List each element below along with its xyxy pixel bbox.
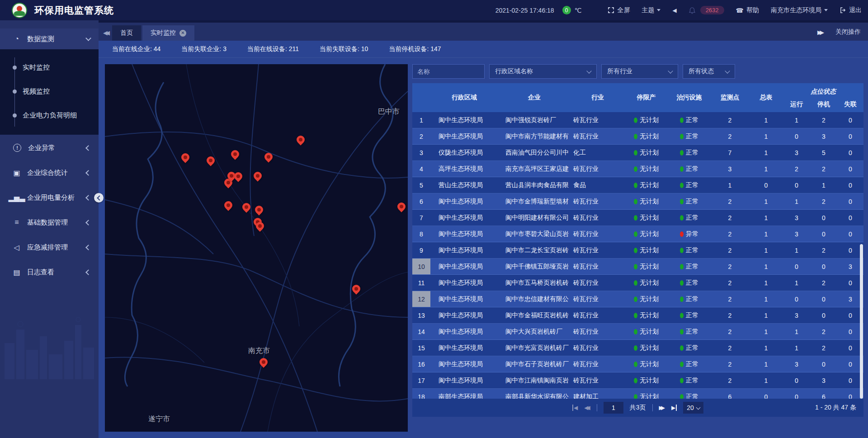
cell-industry: 砖瓦行业 (571, 340, 625, 356)
map-pin[interactable] (224, 201, 232, 209)
sidebar-item[interactable]: ≡基础数据管理 (0, 212, 99, 233)
power-analysis-bar-chart-icon: ▂▅▃ (12, 193, 22, 202)
notifications[interactable]: 2632 (689, 6, 724, 14)
cell-monitor: 2 (711, 275, 749, 291)
table-row[interactable]: 17阆中生态环境局阆中市江南镇阆南页岩砖瓦行业无计划正常21030 (412, 372, 863, 389)
mute-speaker-icon[interactable]: ◀ (672, 7, 676, 14)
pagination-bar: ◀ ◀◀ 1 共3页 ▶▶ ▶ 20 (412, 399, 863, 417)
cell-industry: 食品 (571, 177, 625, 193)
map-pin[interactable] (231, 150, 239, 158)
sidebar-item[interactable]: !企业异常 (0, 137, 99, 158)
close-tab-icon[interactable]: ✕ (179, 30, 186, 37)
sidebar-collapse-button[interactable] (94, 193, 104, 203)
prev-page-button[interactable]: ◀◀ (584, 405, 590, 411)
map-pin[interactable] (207, 156, 215, 165)
map-pin[interactable] (256, 222, 264, 230)
cell-total: 1 (749, 193, 783, 209)
scroll-tabs-left-button[interactable]: ◀◀ (103, 29, 108, 36)
fullscreen-button[interactable]: 全屏 (608, 6, 630, 14)
table-row[interactable]: 8阆中生态环境局阆中市枣碧大梁山页岩砖瓦行业无计划异常21300 (412, 226, 863, 242)
table-row[interactable]: 7阆中生态环境局阆中明阳建材有限公司砖瓦行业无计划正常21300 (412, 210, 863, 226)
map-panel[interactable]: 巴中市南充市遂宁市 (105, 64, 408, 432)
col-point-status-group: 点位状态 (783, 83, 863, 97)
map-pin[interactable] (181, 153, 189, 161)
status-dot-green-icon (634, 134, 637, 139)
name-search-input[interactable] (412, 64, 485, 79)
sidebar-item[interactable]: ▤日志查看 (0, 262, 99, 283)
tab-realtime-monitor[interactable]: 实时监控 ✕ (142, 25, 194, 41)
first-page-button[interactable]: ◀ (572, 405, 578, 411)
cell-facility-status: 正常 (668, 128, 711, 144)
next-page-button[interactable]: ▶▶ (659, 405, 665, 411)
cell-run: 3 (783, 307, 810, 323)
sidebar-subitem[interactable]: 企业电力负荷明细 (0, 104, 99, 127)
close-operations-button[interactable]: 关闭操作 (835, 28, 861, 36)
map-pin[interactable] (259, 358, 268, 366)
sidebar-item[interactable]: ▂▅▃企业用电量分析 (0, 187, 99, 208)
map-pin[interactable] (397, 203, 406, 211)
table-row[interactable]: 6阆中生态环境局阆中市金博瑞新型墙材砖瓦行业无计划正常21120 (412, 193, 863, 210)
user-dropdown[interactable]: 南充市生态环境局 (771, 6, 828, 14)
table-row[interactable]: 10阆中生态环境局阆中千佛镇五郎垭页岩砖瓦行业无计划正常21003 (412, 259, 863, 275)
cell-limit-status: 无计划 (625, 275, 668, 291)
sidebar-subitem-label: 视频监控 (23, 87, 50, 96)
cell-company: 阆中市忠信建材有限公 (498, 291, 571, 307)
table-row[interactable]: 2阆中生态环境局阆中市南方节能建材有砖瓦行业无计划正常21030 (412, 128, 863, 145)
cell-stop: 0 (810, 259, 837, 274)
content-area: 当前在线企业: 44当前失联企业: 3当前在线设备: 211当前失联设备: 10… (99, 41, 868, 438)
sidebar-item[interactable]: ◁应急减排管理 (0, 237, 99, 258)
sidebar-subitem[interactable]: 实时监控 (0, 56, 99, 80)
row-index: 9 (412, 242, 430, 258)
table-row[interactable]: 18南部生态环境局南部县新华水泥有限公建材加工无计划正常60060 (412, 389, 863, 399)
scroll-tabs-right-button[interactable]: ▶▶ (817, 29, 822, 36)
table-row[interactable]: 11阆中生态环境局阆中市五马桥页岩机砖砖瓦行业无计划正常21120 (412, 275, 863, 291)
table-row[interactable]: 4高坪生态环境局南充市高坪区王家店建砖瓦行业无计划正常31220 (412, 161, 863, 177)
sidebar-item[interactable]: ▣企业综合统计 (0, 162, 99, 183)
cell-industry: 砖瓦行业 (571, 226, 625, 242)
cell-run: 0 (783, 389, 810, 399)
page-number-input[interactable]: 1 (604, 402, 623, 414)
divider (597, 404, 597, 411)
tab-label: 实时监控 (151, 29, 176, 37)
map-pin[interactable] (234, 172, 242, 180)
row-index: 16 (412, 356, 430, 372)
last-page-button[interactable]: ▶ (671, 405, 677, 411)
table-row[interactable]: 15阆中生态环境局阆中市光富页岩机砖厂砖瓦行业无计划正常21120 (412, 340, 863, 356)
table-row[interactable]: 3仪陇生态环境局西南油气田分公司川中化工无计划正常71350 (412, 145, 863, 161)
map-pin[interactable] (242, 203, 250, 211)
help-button[interactable]: ☎ 帮助 (736, 6, 759, 14)
table-row[interactable]: 14阆中生态环境局阆中大兴页岩机砖厂砖瓦行业无计划正常21120 (412, 324, 863, 340)
table-row[interactable]: 16阆中生态环境局阆中市石子页岩机砖厂砖瓦行业无计划正常21300 (412, 356, 863, 372)
table-row[interactable]: 5营山生态环境局营山县润丰肉食品有限食品无计划正常10010 (412, 177, 863, 193)
map-pin[interactable] (297, 136, 305, 144)
enterprise-alert-icon: ! (13, 144, 21, 152)
table-row[interactable]: 9阆中生态环境局阆中市二龙长宝页岩砖砖瓦行业无计划正常21120 (412, 242, 863, 259)
status-dot-green-icon (680, 134, 684, 139)
sidebar-subitem-label: 实时监控 (23, 63, 50, 72)
bell-icon (689, 7, 696, 14)
tab-home[interactable]: 首页 (112, 25, 141, 41)
table-row[interactable]: 12阆中生态环境局阆中市忠信建材有限公砖瓦行业无计划正常21003 (412, 291, 863, 307)
map-pin[interactable] (264, 153, 273, 161)
theme-dropdown[interactable]: 主题 (642, 6, 660, 14)
map-pin[interactable] (254, 172, 262, 180)
fullscreen-label: 全屏 (617, 6, 630, 14)
sidebar-item[interactable]: ◔数据监测 (0, 28, 99, 49)
region-select[interactable]: 行政区域名称 (489, 64, 597, 79)
cell-monitor: 2 (711, 226, 749, 242)
sidebar-subitem[interactable]: 视频监控 (0, 80, 99, 104)
cell-stop: 5 (810, 145, 837, 160)
map-pin[interactable] (352, 285, 360, 293)
cell-monitor: 2 (711, 193, 749, 209)
table-scrollbar-thumb[interactable] (860, 244, 863, 399)
map-pin[interactable] (255, 206, 263, 214)
logout-button[interactable]: 退出 (840, 6, 862, 14)
page-size-select[interactable]: 20 (683, 402, 703, 414)
status-select[interactable]: 所有状态 (683, 64, 735, 79)
table-row[interactable]: 1阆中生态环境局阆中强锐页岩砖厂砖瓦行业无计划正常21120 (412, 112, 863, 128)
industry-select[interactable]: 所有行业 (601, 64, 678, 79)
table-row[interactable]: 13阆中生态环境局阆中市金福旺页岩机砖砖瓦行业无计划正常21300 (412, 307, 863, 324)
status-dot-green-icon (634, 118, 637, 123)
app-logo-icon (12, 3, 27, 18)
row-index: 11 (412, 275, 430, 291)
